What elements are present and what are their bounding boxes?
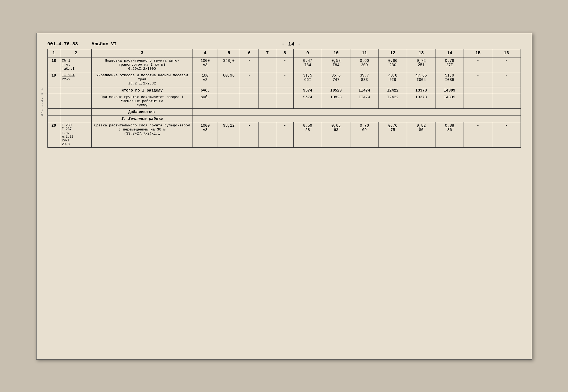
col-header-11: 11 — [350, 49, 378, 57]
note-text: При мокрых грунтах исключается раздел I"… — [92, 94, 193, 108]
note-v2: I0823 — [322, 94, 350, 108]
note-empty2 — [60, 94, 92, 108]
col-header-10: 10 — [322, 49, 350, 57]
col-header-5: 5 — [218, 49, 240, 57]
row19-col4: 80,96 — [218, 72, 240, 87]
row18-col10: 0,53 I84 — [322, 57, 350, 72]
summary-empty5 — [259, 87, 276, 94]
note-empty6 — [276, 94, 294, 108]
summary-v2: I0523 — [322, 87, 350, 94]
col-header-7: 7 — [259, 49, 276, 57]
row20-col11: 0,70 69 — [350, 122, 378, 147]
note-row: При мокрых грунтах исключается раздел I"… — [47, 94, 521, 108]
row18-col12: 0,66 230 — [378, 57, 407, 72]
row20-num: 20 — [47, 122, 60, 147]
summary-empty4 — [240, 87, 259, 94]
page-header: 901-4-76.83 Альбом VI - 14 - — [47, 41, 521, 47]
table-row-18: 18 Сб.I т.ч. табл.I Подвозка растительно… — [47, 57, 521, 72]
summary-empty2 — [60, 87, 92, 94]
row18-col15: - — [464, 57, 492, 72]
row18-col7: - — [276, 57, 294, 72]
row20-col5: - — [240, 122, 259, 147]
add-sub-empty2 — [60, 115, 92, 122]
summary-v5: I3373 — [407, 87, 435, 94]
summary-v6: I4309 — [435, 87, 464, 94]
document: ЗМЕ Д.Д. 1-1 901-4-76.83 Альбом VI - 14 … — [36, 33, 532, 360]
col-header-13: 13 — [407, 49, 435, 57]
row18-col5: - — [240, 57, 259, 72]
row18-col16: - — [492, 57, 521, 72]
row19-col7: - — [276, 72, 294, 87]
binding-marks: ЗМЕ Д.Д. 1-1 — [37, 33, 47, 359]
row18-col14: 0,76 27I — [435, 57, 464, 72]
col-header-2: 2 — [60, 49, 92, 57]
row19-num: 19 — [47, 72, 60, 87]
table-row-19: 19 I-I204 22-2 Укрепление откосов и поло… — [47, 72, 521, 87]
doc-ref: 901-4-76.83 — [47, 41, 78, 47]
add-empty3 — [193, 108, 521, 115]
row19-col12: 43,8 9I9 — [378, 72, 407, 87]
summary-v1: 9574 — [293, 87, 322, 94]
row20-desc: Срезка растительного слоя грунта бульдо-… — [92, 122, 193, 147]
summary-empty1 — [47, 87, 60, 94]
add-sub-empty1 — [47, 115, 60, 122]
note-v5: I3373 — [407, 94, 435, 108]
page-number: - 14 - — [117, 41, 466, 47]
summary-v4: I2422 — [378, 87, 407, 94]
row18-unit: 1000м3 — [193, 57, 218, 72]
addition-row: Добавляется: — [47, 108, 521, 115]
row20-col16: - — [492, 122, 521, 147]
summary-empty8 — [492, 87, 521, 94]
note-v3: II474 — [350, 94, 378, 108]
note-v1: 9574 — [293, 94, 322, 108]
add-label: Добавляется: — [92, 108, 193, 115]
summary-empty7 — [464, 87, 492, 94]
header-row: 1 2 3 4 5 6 7 8 9 10 11 12 13 14 15 16 — [47, 49, 521, 57]
row18-num: 18 — [47, 57, 60, 72]
row19-col6 — [259, 72, 276, 87]
col-header-6: 6 — [240, 49, 259, 57]
row20-col15: - — [464, 122, 492, 147]
row18-col6 — [259, 57, 276, 72]
row18-col13: 0,72 25I — [407, 57, 435, 72]
main-table: 1 2 3 4 5 6 7 8 9 10 11 12 13 14 15 16 1… — [47, 49, 521, 164]
row19-desc: Укрепление откосов и полотна насыпи посе… — [92, 72, 193, 87]
row20-col6 — [259, 122, 276, 147]
row19-col11: 39,7 833 — [350, 72, 378, 87]
row20-col12: 0,76 75 — [378, 122, 407, 147]
note-unit: руб. — [193, 94, 218, 108]
row19-col9: 3I,5 66I — [293, 72, 322, 87]
col-header-1: 1 — [47, 49, 60, 57]
col-header-16: 16 — [492, 49, 521, 57]
row19-unit: 100м2 — [193, 72, 218, 87]
note-v6: I4309 — [435, 94, 464, 108]
note-v4: I2422 — [378, 94, 407, 108]
add-sub-empty3 — [193, 115, 521, 122]
note-empty4 — [240, 94, 259, 108]
note-empty1 — [47, 94, 60, 108]
row20-unit: 1000м3 — [193, 122, 218, 147]
col-header-4: 4 — [193, 49, 218, 57]
row20-col7: - — [276, 122, 294, 147]
note-empty3 — [218, 94, 240, 108]
col-header-15: 15 — [464, 49, 492, 57]
padding-row — [47, 147, 521, 164]
row18-col9: 0,47 I84 — [293, 57, 322, 72]
add-empty1 — [47, 108, 60, 115]
note-empty5 — [259, 94, 276, 108]
row19-col13: 47,85 I004 — [407, 72, 435, 87]
row20-col14: 0,88 86 — [435, 122, 464, 147]
addition-sublabel-row: I. Земляные работы — [47, 115, 521, 122]
summary-label: Итого по I разделу — [92, 87, 193, 94]
row20-col10: 0,65 63 — [322, 122, 350, 147]
add-empty2 — [60, 108, 92, 115]
summary-empty3 — [218, 87, 240, 94]
table-row-20: 20 I-230 I-237 т.ч. н.I,II 29-I 29-8 Сре… — [47, 122, 521, 147]
summary-unit: руб. — [193, 87, 218, 94]
album-ref: Альбом VI — [92, 41, 117, 47]
row18-col11: 0,60 209 — [350, 57, 378, 72]
row18-ref: Сб.I т.ч. табл.I — [60, 57, 92, 72]
col-header-8: 8 — [276, 49, 294, 57]
note-empty7 — [464, 94, 492, 108]
note-empty8 — [492, 94, 521, 108]
